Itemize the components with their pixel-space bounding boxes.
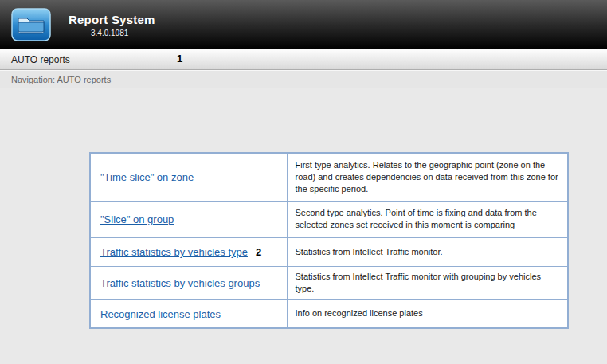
- link-time-slice-on-zone[interactable]: "Time slice" on zone: [100, 171, 194, 183]
- title-block: Report System 3.4.0.1081: [69, 13, 155, 37]
- app-title: Report System: [69, 13, 155, 26]
- desc-recognized-license-plates: Info on recognized license plates: [287, 299, 568, 328]
- table-row: Recognized license plates Info on recogn…: [90, 299, 568, 328]
- link-traffic-statistics-by-vehicles-type[interactable]: Traffic statistics by vehicles type: [100, 246, 248, 258]
- table-row: Traffic statistics by vehicles groups St…: [90, 266, 568, 299]
- annotation-marker-1: 1: [177, 53, 182, 65]
- table-row: Traffic statistics by vehicles type2 Sta…: [90, 237, 568, 266]
- link-traffic-statistics-by-vehicles-groups[interactable]: Traffic statistics by vehicles groups: [100, 277, 260, 289]
- link-slice-on-group[interactable]: "Slice" on group: [100, 213, 174, 225]
- table-row: "Slice" on group Second type analytics. …: [90, 201, 568, 237]
- breadcrumb: Navigation: AUTO reports: [11, 75, 111, 84]
- desc-time-slice-on-zone: First type analytics. Relates to the geo…: [287, 153, 568, 201]
- link-recognized-license-plates[interactable]: Recognized license plates: [100, 308, 221, 320]
- breadcrumb-bar: Navigation: AUTO reports: [0, 70, 607, 88]
- reports-table: "Time slice" on zone First type analytic…: [89, 152, 569, 329]
- menu-item-auto-reports[interactable]: AUTO reports: [11, 54, 70, 65]
- table-row: "Time slice" on zone First type analytic…: [90, 153, 568, 201]
- folder-icon: [11, 8, 51, 41]
- app-version: 3.4.0.1081: [69, 29, 155, 37]
- annotation-marker-2: 2: [256, 246, 261, 258]
- desc-slice-on-group: Second type analytics. Point of time is …: [287, 201, 568, 237]
- app-header: Report System 3.4.0.1081: [0, 0, 607, 49]
- main-content: "Time slice" on zone First type analytic…: [0, 88, 607, 329]
- menu-bar: AUTO reports 1: [0, 49, 607, 70]
- desc-traffic-statistics-by-vehicles-groups: Statistics from Intellect Traffic monito…: [287, 266, 568, 299]
- desc-traffic-statistics-by-vehicles-type: Statistics from Intellect Traffic monito…: [287, 237, 568, 266]
